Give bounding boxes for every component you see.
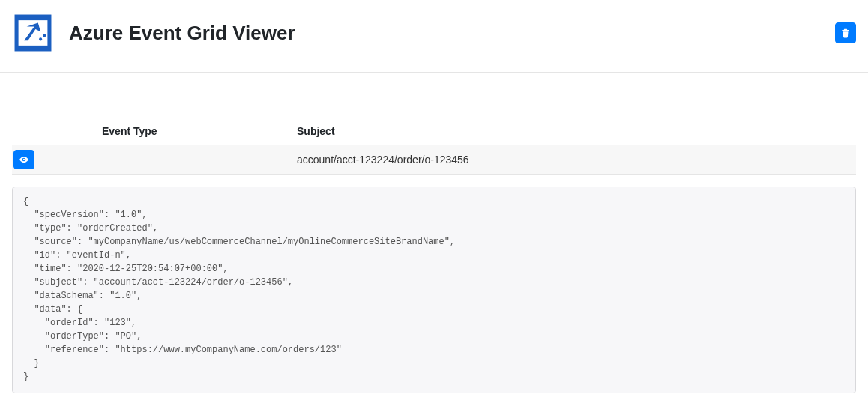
table-row: account/acct-123224/order/o-123456	[12, 145, 856, 175]
event-grid-icon	[13, 13, 53, 53]
col-header-view	[12, 125, 42, 137]
page-title: Azure Event Grid Viewer	[69, 22, 295, 45]
svg-rect-2	[16, 46, 49, 49]
events-table: Event Type Subject account/acct-123224/o…	[0, 118, 868, 175]
svg-point-4	[43, 34, 46, 37]
header-left: Azure Event Grid Viewer	[12, 12, 295, 54]
svg-rect-1	[16, 16, 49, 20]
event-detail-panel: { "specVersion": "1.0", "type": "orderCr…	[12, 187, 856, 393]
trash-icon	[840, 28, 851, 38]
app-logo	[12, 12, 54, 54]
page-header: Azure Event Grid Viewer	[0, 0, 868, 73]
row-view-cell	[12, 150, 42, 169]
clear-events-button[interactable]	[835, 22, 856, 43]
svg-point-3	[39, 37, 42, 40]
header-actions	[835, 22, 856, 43]
eye-icon	[18, 154, 30, 165]
col-header-event-type: Event Type	[42, 125, 297, 137]
table-header-row: Event Type Subject	[12, 118, 856, 145]
view-event-button[interactable]	[13, 150, 34, 169]
row-subject: account/acct-123224/order/o-123456	[297, 154, 856, 166]
event-json-content: { "specVersion": "1.0", "type": "orderCr…	[23, 195, 845, 384]
col-header-subject: Subject	[297, 125, 856, 137]
